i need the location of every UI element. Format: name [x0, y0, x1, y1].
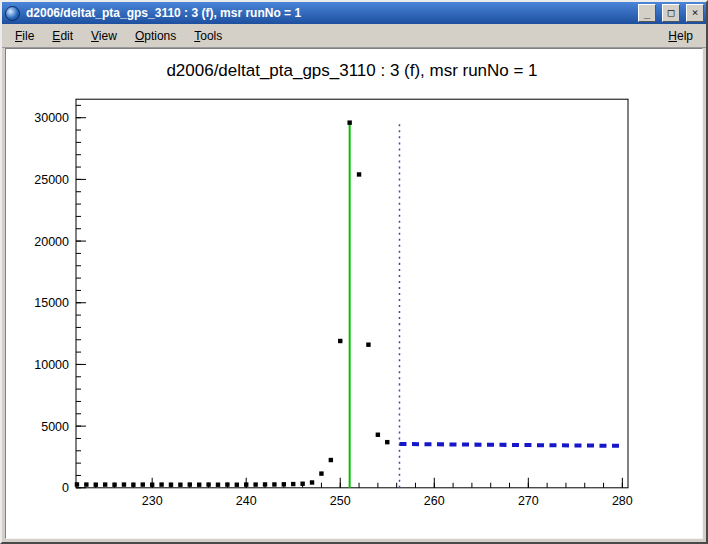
menu-view[interactable]: View — [82, 26, 126, 46]
histogram-data-point — [357, 172, 361, 176]
histogram-data-point — [131, 483, 135, 487]
histogram-data-point — [282, 482, 286, 486]
histogram-data-point — [376, 433, 380, 437]
histogram-data-point — [122, 482, 126, 486]
background-level-fit — [399, 444, 624, 446]
histogram-data-point — [300, 482, 304, 486]
histogram-data-point — [272, 482, 276, 486]
histogram-data-point — [291, 482, 295, 486]
x-tick-label: 230 — [142, 494, 163, 508]
histogram-data-point — [385, 440, 389, 444]
histogram-data-point — [319, 471, 323, 475]
minimize-button[interactable]: _ — [638, 4, 656, 22]
y-tick-label: 5000 — [41, 420, 69, 434]
histogram-data-point — [197, 483, 201, 487]
menu-options[interactable]: Options — [126, 26, 185, 46]
histogram-data-point — [244, 482, 248, 486]
window-title: d2006/deltat_pta_gps_3110 : 3 (f), msr r… — [24, 6, 632, 20]
menubar-left: FileEditViewOptionsTools — [6, 26, 231, 46]
histogram-data-point — [329, 458, 333, 462]
histogram-data-point — [188, 482, 192, 486]
y-tick-label: 20000 — [34, 235, 69, 249]
histogram-data-point — [150, 483, 154, 487]
menubar-right: Help — [659, 26, 702, 46]
chart-svg: d2006/deltat_pta_gps_3110 : 3 (f), msr r… — [6, 49, 702, 538]
x-tick-label: 280 — [612, 494, 633, 508]
histogram-data-point — [112, 483, 116, 487]
histogram-data-point — [206, 482, 210, 486]
histogram-data-point — [235, 483, 239, 487]
histogram-data-point — [310, 480, 314, 484]
root-canvas-window: d2006/deltat_pta_gps_3110 : 3 (f), msr r… — [0, 0, 708, 544]
histogram-data-point — [94, 483, 98, 487]
menubar: FileEditViewOptionsTools Help — [2, 24, 706, 48]
plot-title: d2006/deltat_pta_gps_3110 : 3 (f), msr r… — [166, 61, 537, 80]
titlebar[interactable]: d2006/deltat_pta_gps_3110 : 3 (f), msr r… — [2, 2, 706, 24]
close-button[interactable]: × — [686, 4, 704, 22]
y-tick-label: 25000 — [34, 173, 69, 187]
maximize-button[interactable]: □ — [662, 4, 680, 22]
histogram-data-point — [366, 342, 370, 346]
menu-tools[interactable]: Tools — [185, 26, 231, 46]
y-tick-label: 10000 — [34, 358, 69, 372]
menu-file[interactable]: File — [6, 26, 43, 46]
y-tick-label: 15000 — [34, 296, 69, 310]
y-tick-label: 0 — [62, 481, 69, 495]
plot-frame — [76, 99, 628, 488]
menu-edit[interactable]: Edit — [43, 26, 82, 46]
histogram-data-point — [169, 483, 173, 487]
histogram-data-point — [338, 339, 342, 343]
histogram-data-point — [84, 482, 88, 486]
histogram-data-point — [75, 482, 79, 486]
histogram-data-point — [253, 482, 257, 486]
histogram-data-point — [347, 120, 351, 124]
x-tick-label: 240 — [236, 494, 257, 508]
x-tick-label: 250 — [330, 494, 351, 508]
histogram-data-point — [216, 483, 220, 487]
menu-help[interactable]: Help — [659, 26, 702, 46]
x-tick-label: 260 — [424, 494, 445, 508]
histogram-data-point — [263, 482, 267, 486]
y-tick-label: 30000 — [34, 111, 69, 125]
histogram-data-point — [103, 482, 107, 486]
histogram-data-point — [159, 482, 163, 486]
root-canvas[interactable]: d2006/deltat_pta_gps_3110 : 3 (f), msr r… — [5, 48, 703, 539]
x-tick-label: 270 — [518, 494, 539, 508]
histogram-data-point — [225, 482, 229, 486]
histogram-data-point — [141, 482, 145, 486]
histogram-data-point — [178, 483, 182, 487]
app-icon[interactable] — [5, 6, 20, 21]
